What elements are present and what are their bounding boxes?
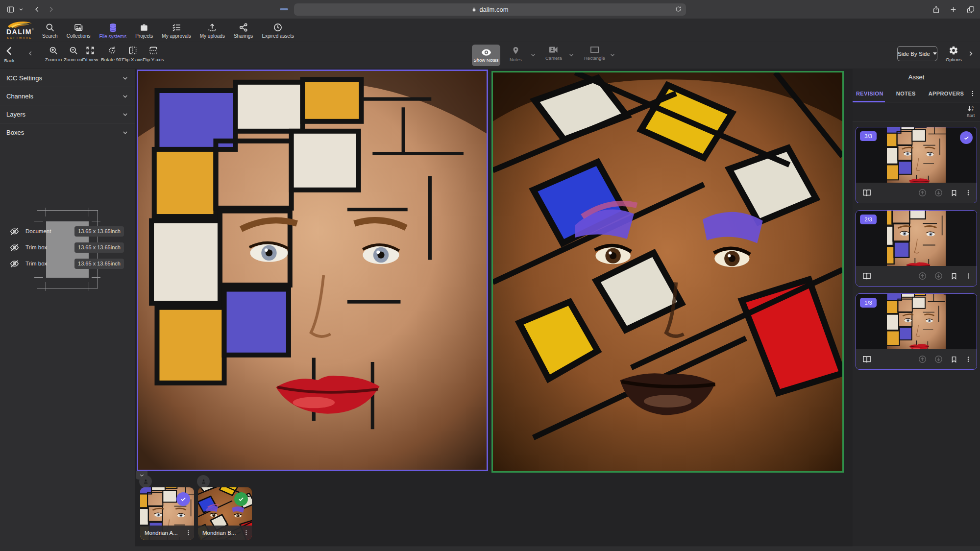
zoom-out-button[interactable]: Zoom out xyxy=(64,46,83,62)
revision-badge: 2/3 xyxy=(860,215,877,224)
tab-notes[interactable]: NOTES xyxy=(896,91,916,96)
bookmark-icon[interactable] xyxy=(950,355,958,364)
nav-item-my-uploads[interactable]: My uploads xyxy=(197,22,228,40)
briefcase-icon xyxy=(139,23,149,32)
expand-right-chevron-icon[interactable] xyxy=(967,50,974,57)
asset-thumb-mondrian-a[interactable]: Mondrian A... xyxy=(140,487,194,540)
arrow-up-circle-icon[interactable] xyxy=(918,188,927,197)
nav-item-projects[interactable]: Projects xyxy=(132,22,156,40)
section-channels[interactable]: Channels xyxy=(0,87,135,105)
section-label: Boxes xyxy=(6,129,24,136)
new-tab-icon[interactable] xyxy=(949,5,957,14)
revision-actions xyxy=(856,349,977,369)
kebab-icon[interactable] xyxy=(965,189,972,197)
fit-view-button[interactable]: Fit view xyxy=(82,46,98,62)
proof-image-right[interactable] xyxy=(491,71,844,473)
box-row-trim-2: Trim box 13.65 x 13.65inch xyxy=(0,257,135,270)
stamp-icon xyxy=(139,475,152,488)
eye-off-icon[interactable] xyxy=(10,243,19,252)
tabs-icon[interactable] xyxy=(966,5,975,14)
notes-button[interactable]: Notes xyxy=(510,46,522,62)
back-icon[interactable] xyxy=(34,5,41,13)
rectangle-dropdown-icon[interactable] xyxy=(610,52,615,58)
kebab-icon[interactable] xyxy=(965,355,972,363)
chevron-down-icon[interactable] xyxy=(19,7,24,12)
rotate-button[interactable]: Rotate 90° xyxy=(101,46,123,62)
dalim-logo: DALIM ® SOFTWARE xyxy=(4,20,34,41)
kebab-icon[interactable] xyxy=(185,529,192,536)
kebab-icon[interactable] xyxy=(965,272,972,280)
revision-actions xyxy=(856,183,977,203)
flip-y-button[interactable]: Flip Y axis xyxy=(143,46,164,62)
right-panel: Asset REVISION NOTES APPROVERS AZ Sort 3… xyxy=(853,69,980,551)
revision-card-2[interactable]: 2/3 xyxy=(856,210,977,287)
nav-label: My approvals xyxy=(162,33,191,39)
revision-badge: 3/3 xyxy=(860,131,877,141)
box-row-document: Document 13.65 x 13.65inch xyxy=(0,225,135,238)
nav-item-expired-assets[interactable]: Expired assets xyxy=(259,22,297,40)
svg-text:SOFTWARE: SOFTWARE xyxy=(7,36,32,39)
box-row-size: 13.65 x 13.65inch xyxy=(74,226,124,237)
pin-icon xyxy=(512,46,520,55)
collapse-left-chevron-icon[interactable] xyxy=(27,50,34,57)
bookmark-icon[interactable] xyxy=(950,272,958,281)
bookmark-icon[interactable] xyxy=(950,189,958,197)
section-boxes[interactable]: Boxes xyxy=(0,123,135,142)
box-row-trim-1: Trim box 13.65 x 13.65inch xyxy=(0,241,135,254)
eye-off-icon[interactable] xyxy=(10,227,19,236)
sort-button[interactable]: AZ Sort xyxy=(966,104,975,118)
back-label: Back xyxy=(4,58,14,63)
compare-pages-icon[interactable] xyxy=(862,271,872,281)
forward-icon[interactable] xyxy=(48,5,54,13)
revision-card-3[interactable]: 3/3 xyxy=(856,127,977,203)
nav-item-my-approvals[interactable]: My approvals xyxy=(159,22,194,40)
kebab-icon[interactable] xyxy=(243,529,249,536)
arrow-down-circle-icon[interactable] xyxy=(934,188,943,197)
nav-label: Search xyxy=(42,33,58,39)
arrow-down-circle-icon[interactable] xyxy=(934,271,943,281)
nav-label: Projects xyxy=(135,33,153,39)
nav-item-search[interactable]: Search xyxy=(39,22,61,40)
show-notes-label: Show Notes xyxy=(473,57,498,63)
flip-x-button[interactable]: Flip X axis xyxy=(122,46,144,62)
box-row-size: 13.65 x 13.65inch xyxy=(74,242,124,253)
section-layers[interactable]: Layers xyxy=(0,105,135,123)
nav-item-file-systems[interactable]: File systems xyxy=(97,22,130,40)
arrow-up-circle-icon[interactable] xyxy=(918,271,927,281)
zoom-in-button[interactable]: Zoom in xyxy=(45,46,62,62)
gear-icon xyxy=(949,46,958,55)
view-mode-dropdown[interactable]: Side By Side xyxy=(897,46,937,61)
tab-revision[interactable]: REVISION xyxy=(856,91,883,96)
compare-pages-icon[interactable] xyxy=(862,355,872,364)
arrow-up-circle-icon[interactable] xyxy=(918,355,927,364)
share-icon[interactable] xyxy=(932,5,940,14)
compare-pages-icon[interactable] xyxy=(862,188,872,198)
back-button[interactable]: Back xyxy=(4,46,15,63)
nav-item-sharings[interactable]: Sharings xyxy=(231,22,256,40)
section-icc-settings[interactable]: ICC Settings xyxy=(0,69,135,87)
arrow-down-circle-icon[interactable] xyxy=(934,355,943,364)
rectangle-button[interactable]: Rectangle xyxy=(584,46,605,61)
show-notes-button[interactable]: Show Notes xyxy=(472,45,500,66)
nav-label: Expired assets xyxy=(262,33,294,39)
asset-name: Mondrian B... xyxy=(202,530,243,536)
revision-actions xyxy=(856,266,977,286)
asset-thumb-mondrian-b[interactable]: Mondrian B... xyxy=(198,487,252,540)
revision-card-1[interactable]: 1/3 xyxy=(856,293,977,370)
camera-dropdown-icon[interactable] xyxy=(568,52,574,58)
tab-approvers[interactable]: APPROVERS xyxy=(929,91,964,96)
camera-button[interactable]: Camera xyxy=(545,46,562,61)
eye-off-icon[interactable] xyxy=(10,260,19,268)
section-label: Channels xyxy=(6,93,33,100)
address-bar[interactable]: dalim.com xyxy=(294,3,686,16)
reload-icon[interactable] xyxy=(675,5,682,13)
notes-dropdown-icon[interactable] xyxy=(530,52,536,58)
tool-label: Flip Y axis xyxy=(143,57,164,62)
chevron-down-icon xyxy=(122,75,128,81)
proof-image-left[interactable] xyxy=(137,70,488,471)
options-button[interactable]: Options xyxy=(946,46,962,62)
nav-item-collections[interactable]: Collections xyxy=(64,22,94,40)
chevron-down-icon xyxy=(122,129,128,136)
kebab-icon[interactable] xyxy=(969,90,976,97)
sidebar-icon[interactable] xyxy=(6,5,15,14)
